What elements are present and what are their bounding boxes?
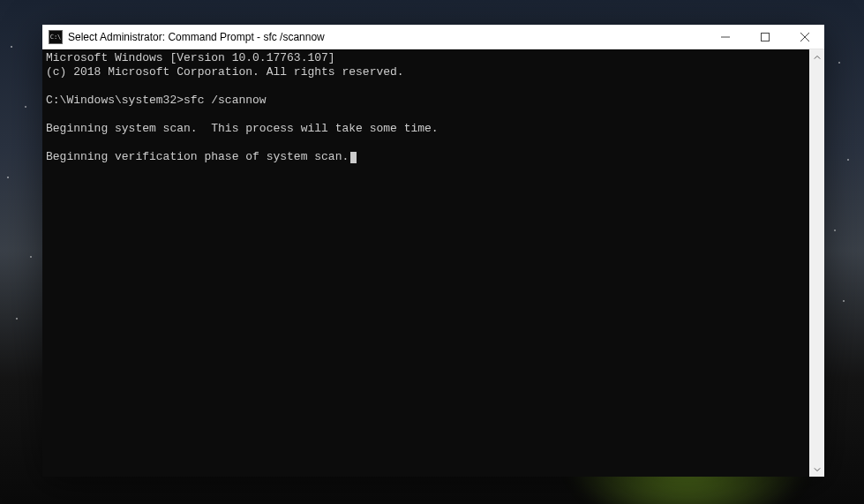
console-text: Beginning verification phase of system s…: [46, 150, 349, 163]
window-title: Select Administrator: Command Prompt - s…: [68, 31, 705, 43]
console-line: Beginning verification phase of system s…: [46, 150, 357, 163]
vertical-scrollbar[interactable]: [809, 49, 824, 477]
console-line: Beginning system scan. This process will…: [46, 122, 439, 135]
console-line: (c) 2018 Microsoft Corporation. All righ…: [46, 65, 404, 79]
console-prompt: C:\Windows\system32>: [46, 94, 184, 107]
svg-rect-1: [761, 33, 769, 41]
console-prompt-line: C:\Windows\system32>sfc /scannow: [46, 94, 267, 107]
scroll-track[interactable]: [809, 64, 824, 462]
close-button[interactable]: [785, 25, 824, 49]
scroll-up-button[interactable]: [809, 49, 824, 64]
cmd-app-icon: C:\: [49, 30, 63, 44]
titlebar[interactable]: C:\ Select Administrator: Command Prompt…: [42, 25, 824, 49]
console-output[interactable]: Microsoft Windows [Version 10.0.17763.10…: [42, 49, 809, 477]
command-prompt-window: C:\ Select Administrator: Command Prompt…: [42, 25, 824, 477]
scroll-down-button[interactable]: [809, 462, 824, 477]
console-line: Microsoft Windows [Version 10.0.17763.10…: [46, 51, 335, 64]
text-cursor: [350, 152, 357, 163]
window-client-area: Microsoft Windows [Version 10.0.17763.10…: [42, 49, 824, 477]
window-controls: [705, 25, 824, 49]
maximize-button[interactable]: [745, 25, 785, 49]
minimize-button[interactable]: [705, 25, 745, 49]
console-command: sfc /scannow: [184, 94, 267, 107]
